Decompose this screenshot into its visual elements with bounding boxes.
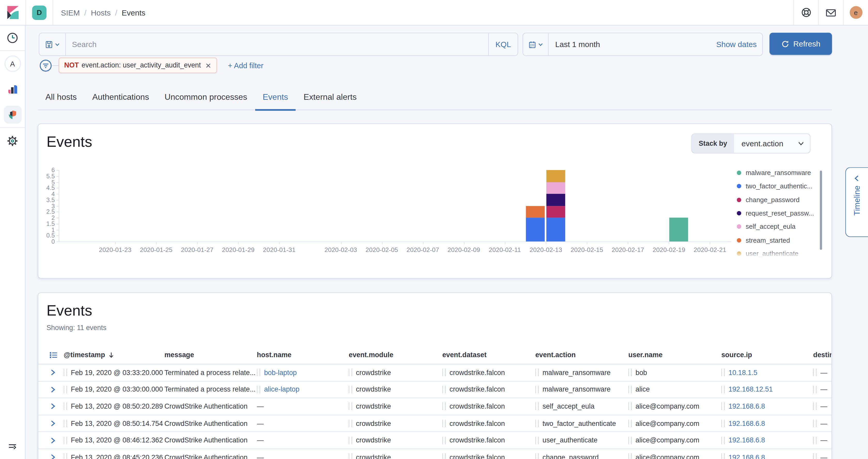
drag-handle[interactable] bbox=[442, 420, 445, 427]
value-host-name[interactable]: alice-laptop bbox=[264, 386, 300, 393]
saved-query-button[interactable] bbox=[39, 33, 66, 56]
drag-handle[interactable] bbox=[628, 437, 632, 444]
drag-handle[interactable] bbox=[813, 454, 816, 459]
drag-handle[interactable] bbox=[813, 369, 816, 376]
bar-segment-self_accept_eula[interactable] bbox=[546, 182, 565, 194]
tab-uncommon-processes[interactable]: Uncommon processes bbox=[157, 90, 255, 111]
expand-event-button[interactable] bbox=[49, 386, 57, 393]
bar-segment-two_factor_authenticate[interactable] bbox=[526, 218, 545, 241]
column-header-eventaction[interactable]: event.action bbox=[535, 351, 628, 359]
value-source-ip[interactable]: 10.18.1.5 bbox=[728, 369, 757, 376]
space-badge[interactable]: D bbox=[32, 5, 46, 20]
drag-handle[interactable] bbox=[349, 386, 352, 393]
value-source-ip[interactable]: 192.168.6.8 bbox=[728, 453, 765, 459]
legend-item-stream_started[interactable]: stream_started bbox=[737, 234, 824, 247]
value-source-ip[interactable]: 192.168.6.8 bbox=[728, 403, 765, 410]
expand-event-button[interactable] bbox=[49, 403, 57, 410]
legend-scrollbar[interactable] bbox=[820, 171, 822, 250]
value-source-ip[interactable]: 192.168.6.8 bbox=[728, 420, 765, 427]
tab-external-alerts[interactable]: External alerts bbox=[296, 90, 364, 111]
drag-handle[interactable] bbox=[535, 403, 538, 410]
filter-options-button[interactable] bbox=[39, 59, 52, 72]
expand-event-button[interactable] bbox=[49, 454, 57, 459]
bar-segment-user_authenticate[interactable] bbox=[546, 170, 565, 182]
drag-handle[interactable] bbox=[721, 420, 724, 427]
drag-handle[interactable] bbox=[349, 369, 352, 376]
bar-segment-stream_started[interactable] bbox=[526, 206, 545, 218]
drag-handle[interactable] bbox=[442, 369, 445, 376]
drag-handle[interactable] bbox=[628, 420, 632, 427]
drag-handle[interactable] bbox=[64, 437, 67, 444]
help-button[interactable] bbox=[794, 0, 818, 25]
bar-segment-request_reset_password[interactable] bbox=[546, 194, 565, 206]
value-host-name[interactable]: bob-laptop bbox=[264, 369, 297, 376]
drag-handle[interactable] bbox=[64, 403, 67, 410]
show-dates-button[interactable]: Show dates bbox=[711, 40, 762, 49]
sidebar-item-app-a[interactable]: A bbox=[0, 51, 25, 76]
refresh-button[interactable]: Refresh bbox=[770, 33, 832, 55]
expand-event-button[interactable] bbox=[49, 437, 57, 444]
select-columns-button[interactable] bbox=[49, 351, 58, 359]
legend-item-user_authenticate[interactable]: user_authenticate bbox=[737, 247, 824, 257]
drag-handle[interactable] bbox=[535, 420, 538, 427]
expand-nav-button[interactable] bbox=[0, 439, 25, 456]
sidebar-item-management[interactable] bbox=[0, 128, 25, 154]
kql-toggle-button[interactable]: KQL bbox=[488, 33, 518, 56]
drag-handle[interactable] bbox=[442, 403, 445, 410]
drag-handle[interactable] bbox=[349, 403, 352, 410]
date-range-value[interactable]: Last 1 month bbox=[549, 40, 711, 49]
kibana-logo[interactable] bbox=[0, 0, 26, 25]
drag-handle[interactable] bbox=[535, 437, 538, 444]
column-header-sourceip[interactable]: source.ip bbox=[721, 351, 813, 359]
column-header-username[interactable]: user.name bbox=[628, 351, 721, 359]
timeline-flyout-toggle[interactable]: Timeline bbox=[845, 167, 868, 237]
drag-handle[interactable] bbox=[442, 454, 445, 459]
drag-handle[interactable] bbox=[257, 386, 260, 393]
drag-handle[interactable] bbox=[721, 369, 724, 376]
drag-handle[interactable] bbox=[257, 369, 260, 376]
drag-handle[interactable] bbox=[64, 420, 67, 427]
column-header-eventdataset[interactable]: event.dataset bbox=[442, 351, 535, 359]
drag-handle[interactable] bbox=[721, 437, 724, 444]
date-quick-select-button[interactable] bbox=[523, 33, 549, 56]
stack-by-select[interactable]: event.action bbox=[734, 139, 810, 148]
drag-handle[interactable] bbox=[535, 369, 538, 376]
expand-event-button[interactable] bbox=[49, 369, 57, 376]
tab-all-hosts[interactable]: All hosts bbox=[38, 90, 85, 111]
recently-viewed-button[interactable] bbox=[0, 25, 25, 51]
add-filter-button[interactable]: + Add filter bbox=[224, 61, 267, 70]
drag-handle[interactable] bbox=[349, 454, 352, 459]
drag-handle[interactable] bbox=[535, 386, 538, 393]
column-header-eventmodule[interactable]: event.module bbox=[349, 351, 442, 359]
tab-events[interactable]: Events bbox=[255, 90, 296, 111]
breadcrumb-hosts[interactable]: Hosts bbox=[91, 8, 111, 17]
drag-handle[interactable] bbox=[349, 437, 352, 444]
sidebar-item-siem[interactable] bbox=[0, 102, 25, 127]
legend-item-request_reset_password[interactable]: request_reset_passw... bbox=[737, 207, 824, 220]
drag-handle[interactable] bbox=[64, 454, 67, 459]
drag-handle[interactable] bbox=[349, 420, 352, 427]
tab-authentications[interactable]: Authentications bbox=[85, 90, 157, 111]
expand-event-button[interactable] bbox=[49, 420, 57, 427]
bar-segment-change_password[interactable] bbox=[546, 206, 565, 218]
drag-handle[interactable] bbox=[442, 437, 445, 444]
drag-handle[interactable] bbox=[628, 403, 632, 410]
column-header-message[interactable]: message bbox=[164, 351, 257, 359]
breadcrumb-siem[interactable]: SIEM bbox=[61, 8, 80, 17]
value-source-ip[interactable]: 192.168.12.51 bbox=[728, 386, 773, 393]
drag-handle[interactable] bbox=[721, 454, 724, 459]
drag-handle[interactable] bbox=[813, 437, 816, 444]
drag-handle[interactable] bbox=[813, 386, 816, 393]
drag-handle[interactable] bbox=[442, 386, 445, 393]
sidebar-item-visualize[interactable] bbox=[0, 76, 25, 102]
legend-item-two_factor_authenticate[interactable]: two_factor_authentic... bbox=[737, 180, 824, 193]
legend-item-self_accept_eula[interactable]: self_accept_eula bbox=[737, 220, 824, 234]
remove-filter-icon[interactable]: ✕ bbox=[206, 61, 211, 69]
user-menu-button[interactable]: e bbox=[844, 0, 868, 25]
legend-item-malware_ransomware[interactable]: malware_ransomware bbox=[737, 166, 824, 180]
filter-pill[interactable]: NOT event.action: user_activity_audit_ev… bbox=[59, 58, 217, 73]
legend-item-change_password[interactable]: change_password bbox=[737, 193, 824, 207]
column-header-timestamp[interactable]: @timestamp bbox=[64, 351, 164, 359]
drag-handle[interactable] bbox=[628, 454, 632, 459]
column-header-hostname[interactable]: host.name bbox=[257, 351, 349, 359]
